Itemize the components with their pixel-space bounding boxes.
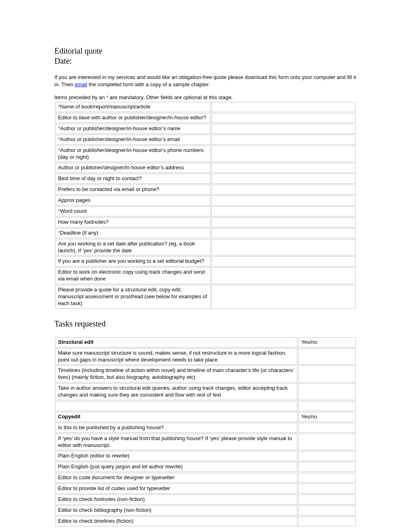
- form-label-cell: How many footnotes?: [55, 217, 211, 227]
- task-yn-cell[interactable]: [298, 473, 356, 483]
- task-row: Editor to check bibliography (non-fictio…: [55, 505, 356, 515]
- task-description: Is this to be published by a publishing …: [55, 423, 297, 433]
- task-description: Plain English (editor to rewrite): [55, 451, 297, 461]
- intro-paragraph: If you are interested in my services and…: [54, 74, 357, 88]
- task-yn-cell[interactable]: [298, 516, 356, 526]
- task-yn-cell[interactable]: [298, 451, 356, 461]
- form-value-cell[interactable]: [212, 195, 356, 206]
- form-row: Editor to liase with author or publisher…: [55, 113, 356, 123]
- form-value-cell[interactable]: [212, 163, 356, 173]
- task-row: Take in author answers to structural edi…: [55, 383, 356, 400]
- task-description: If ‘yes’ do you have a style manual from…: [55, 434, 297, 451]
- task-row: Editor to provide list of codes used for…: [55, 484, 356, 494]
- form-row: *Name of book/report/manuscript/article: [55, 102, 356, 112]
- task-yn-cell[interactable]: [298, 348, 356, 365]
- form-row: Author or publisher/designer/in-house ed…: [55, 163, 356, 173]
- quote-form-table: *Name of book/report/manuscript/articleE…: [54, 101, 357, 310]
- task-yn-header: Yes/no: [298, 337, 356, 347]
- task-yn-cell[interactable]: [298, 366, 356, 382]
- task-section-title: Copyedit: [55, 412, 297, 422]
- task-row: Editor to check timelines (fiction): [55, 516, 356, 526]
- task-yn-header: Yes/no: [298, 412, 356, 422]
- task-yn-cell[interactable]: [298, 383, 356, 400]
- tasks-table: Structural editYes/noMake sure manuscrip…: [54, 337, 357, 527]
- task-yn-cell[interactable]: [298, 495, 356, 505]
- task-section-header-row: CopyeditYes/no: [55, 412, 356, 422]
- task-section-header-row: Structural editYes/no: [55, 337, 356, 347]
- tasks-header: Tasks requested: [54, 319, 357, 328]
- task-section-title: Structural edit: [55, 337, 297, 347]
- task-row: If ‘yes’ do you have a style manual from…: [55, 434, 356, 451]
- form-label-text: Author or publisher/designer/in-house ed…: [60, 136, 180, 142]
- form-value-cell[interactable]: [212, 285, 356, 309]
- form-label-cell: Author or publisher/designer/in-house ed…: [55, 163, 211, 173]
- task-row: Make sure manuscript structure is sound,…: [55, 348, 356, 365]
- form-value-cell[interactable]: [212, 145, 356, 162]
- task-yn-cell[interactable]: [298, 423, 356, 433]
- form-row: *Word count: [55, 206, 356, 216]
- form-value-cell[interactable]: [212, 217, 356, 227]
- form-label-text: Please provide a quote for a structural …: [58, 287, 207, 306]
- task-yn-cell[interactable]: [298, 505, 356, 515]
- task-row: Plain English (just query jargon and let…: [55, 462, 356, 472]
- page-title: Editorial quote: [54, 46, 357, 56]
- form-label-text: Author or publisher/designer/in-house ed…: [58, 147, 204, 160]
- task-description: Take in author answers to structural edi…: [55, 383, 297, 400]
- mandatory-note: Items preceded by an * are mandatory. Ot…: [54, 94, 357, 100]
- form-label-text: Editor to work on electronic copy using …: [58, 269, 205, 282]
- form-value-cell[interactable]: [212, 228, 356, 238]
- spacer-cell: [298, 401, 356, 411]
- form-label-cell: *Word count: [55, 206, 211, 216]
- form-row: Best time of day or night to contact?: [55, 174, 356, 184]
- form-value-cell[interactable]: [212, 135, 356, 145]
- task-yn-cell[interactable]: [298, 434, 356, 451]
- form-label-text: Author or publisher/designer/in-house ed…: [60, 125, 181, 131]
- task-yn-cell[interactable]: [298, 462, 356, 472]
- task-yn-cell[interactable]: [298, 484, 356, 494]
- spacer-row: [55, 401, 356, 411]
- form-label-cell: *Deadline (if any): [55, 228, 211, 238]
- page: Editorial quote Date: If you are interes…: [0, 0, 411, 532]
- form-label-text: How many footnotes?: [58, 219, 109, 225]
- form-label-cell: Approx pages: [55, 195, 211, 206]
- form-value-cell[interactable]: [212, 102, 356, 112]
- form-row: *Author or publisher/designer/in-house e…: [55, 124, 356, 134]
- form-value-cell[interactable]: [212, 124, 356, 134]
- form-label-cell: *Author or publisher/designer/in-house e…: [55, 124, 211, 134]
- form-row: How many footnotes?: [55, 217, 356, 227]
- task-row: Editor to check footnotes (non-fiction): [55, 495, 356, 505]
- form-label-cell: Editor to work on electronic copy using …: [55, 267, 211, 284]
- form-row: Please provide a quote for a structural …: [55, 285, 356, 309]
- form-label-cell: Best time of day or night to contact?: [55, 174, 211, 184]
- form-label-text: Author or publisher/designer/in-house ed…: [58, 164, 184, 170]
- form-label-cell: Prefers to be contacted via email or pho…: [55, 185, 211, 195]
- task-description: Editor to check bibliography (non-fictio…: [55, 505, 297, 515]
- mandatory-after: are mandatory. Other fields are optional…: [108, 94, 233, 100]
- form-label-text: Name of book/report/manuscript/article: [60, 104, 150, 110]
- form-label-cell: *Author or publisher/designer/in-house e…: [55, 145, 211, 162]
- form-row: Approx pages: [55, 195, 356, 206]
- form-label-cell: *Name of book/report/manuscript/article: [55, 102, 211, 112]
- form-value-cell[interactable]: [212, 267, 356, 284]
- form-label-text: If you are a publisher are you working t…: [58, 258, 204, 264]
- form-value-cell[interactable]: [212, 185, 356, 195]
- email-link[interactable]: email: [75, 81, 87, 87]
- task-description: Make sure manuscript structure is sound,…: [55, 348, 297, 365]
- form-label-cell: Please provide a quote for a structural …: [55, 285, 211, 309]
- form-value-cell[interactable]: [212, 113, 356, 123]
- form-label-cell: Are you working to a set date after publ…: [55, 239, 211, 256]
- form-label-text: Best time of day or night to contact?: [58, 175, 141, 181]
- form-value-cell[interactable]: [212, 174, 356, 184]
- task-description: Editor to provide list of codes used for…: [55, 484, 297, 494]
- form-row: *Author or publisher/designer/in-house e…: [55, 145, 356, 162]
- task-row: Editor to code document for designer or …: [55, 473, 356, 483]
- form-row: *Author or publisher/designer/in-house e…: [55, 135, 356, 145]
- form-value-cell[interactable]: [212, 239, 356, 256]
- task-row: Plain English (editor to rewrite): [55, 451, 356, 461]
- form-label-cell: Editor to liase with author or publisher…: [55, 113, 211, 123]
- form-row: Are you working to a set date after publ…: [55, 239, 356, 256]
- task-description: Editor to check timelines (fiction): [55, 516, 297, 526]
- form-value-cell[interactable]: [212, 256, 356, 266]
- form-value-cell[interactable]: [212, 206, 356, 216]
- task-description: Timelines (including timeline of action …: [55, 366, 297, 382]
